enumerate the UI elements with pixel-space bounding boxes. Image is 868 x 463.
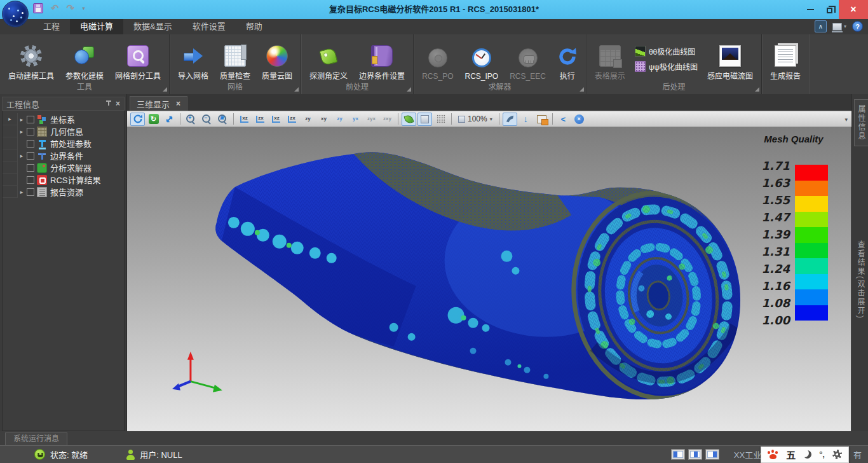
checkbox[interactable]: [27, 140, 34, 148]
view-xy-button[interactable]: xy: [316, 113, 331, 126]
share-view-button[interactable]: <: [556, 113, 571, 126]
orbit-view-button[interactable]: ↻: [146, 113, 161, 126]
quality-check-button[interactable]: 质量检查: [214, 38, 256, 81]
view-zx2-button[interactable]: zx: [285, 113, 299, 126]
checkbox[interactable]: [27, 116, 34, 123]
checkbox[interactable]: [27, 152, 34, 160]
dialog-launcher-icon[interactable]: [407, 87, 411, 92]
button-label: 生成报告: [770, 70, 801, 81]
minimize-button[interactable]: [801, 0, 820, 19]
toolbar-overflow-icon[interactable]: ▾: [844, 116, 848, 123]
execute-button[interactable]: 执行: [552, 38, 583, 81]
panel-title-bar: 工程信息 ×: [2, 97, 125, 111]
rotate-view-button[interactable]: [130, 113, 145, 126]
tree-item-coordinate-system[interactable]: ▸ ▸ 坐标系: [3, 113, 124, 125]
tab-help[interactable]: 帮助: [236, 19, 273, 34]
checkbox[interactable]: [27, 164, 34, 172]
psi-polarization-curve-button[interactable]: ψψ极化曲线图: [635, 61, 698, 72]
layout-right-button[interactable]: [705, 449, 719, 460]
tree-item-rcs-results[interactable]: RCS计算结果: [3, 174, 124, 186]
theta-polarization-curve-button[interactable]: θθ极化曲线图: [635, 46, 698, 57]
probe-angle-button[interactable]: 探测角定义: [304, 38, 353, 81]
tab-data-display[interactable]: 数据&显示: [123, 19, 182, 34]
tab-view-results[interactable]: 查看结果(双击展开): [854, 235, 867, 324]
dialog-launcher-icon[interactable]: [163, 87, 167, 92]
zoom-level-dropdown[interactable]: 100% ▾: [455, 113, 496, 126]
view-zy-button[interactable]: zy: [301, 113, 315, 126]
moon-icon[interactable]: [803, 450, 811, 459]
parametric-modeling-button[interactable]: 参数化建模: [60, 38, 109, 81]
checkbox[interactable]: [27, 176, 34, 184]
pan-zoom-button[interactable]: [162, 113, 177, 126]
close-tab-icon[interactable]: ×: [176, 99, 180, 108]
pin-icon[interactable]: [105, 100, 112, 107]
tab-project[interactable]: 工程: [33, 19, 70, 34]
generate-report-button[interactable]: 生成报告: [764, 38, 806, 81]
tab-3d-display[interactable]: 三维显示 ×: [130, 96, 187, 111]
tab-em-computation[interactable]: 电磁计算: [70, 19, 123, 34]
points-mode-button[interactable]: [433, 113, 448, 126]
zoom-fit-button[interactable]: ▣: [215, 113, 230, 126]
launch-modeling-tool-button[interactable]: 启动建模工具: [3, 38, 60, 81]
expander-icon[interactable]: ▸: [18, 153, 25, 159]
view-iso3-button[interactable]: zyx: [364, 113, 379, 126]
view-iso2-button[interactable]: yx: [348, 113, 363, 126]
tab-software-settings[interactable]: 软件设置: [182, 19, 236, 34]
display-mode-button[interactable]: ▾: [832, 23, 846, 31]
view-iso1-button[interactable]: zy: [332, 113, 347, 126]
rcs-po-button[interactable]: RCS_PO: [416, 38, 459, 81]
dialog-launcher-icon[interactable]: [755, 87, 759, 92]
tree-item-preprocess-params[interactable]: 前处理参数: [3, 137, 124, 149]
tree-item-boundary-conditions[interactable]: ▸ 边界条件: [3, 149, 124, 162]
tab-system-messages[interactable]: 系统运行消息: [5, 432, 67, 445]
expander-icon[interactable]: ▸: [18, 189, 25, 195]
gear-icon[interactable]: [832, 450, 842, 459]
button-label: 质量检查: [220, 70, 250, 81]
fit-model-button[interactable]: [503, 113, 517, 126]
flat-mode-button[interactable]: [417, 113, 432, 126]
checkbox[interactable]: [27, 188, 34, 196]
table-display-button[interactable]: 表格展示: [589, 38, 631, 81]
tab-property-info[interactable]: 属性信息: [854, 99, 868, 146]
baidu-paw-icon[interactable]: [768, 450, 778, 460]
clear-view-button[interactable]: ×: [572, 113, 587, 126]
close-button[interactable]: ×: [839, 0, 868, 19]
rcs-eec-button[interactable]: RCS_EEC: [504, 38, 552, 81]
layout-middle-button[interactable]: [688, 449, 702, 460]
ime-mode-button[interactable]: 五: [786, 448, 796, 461]
dot-grid-icon: [437, 114, 445, 123]
zoom-in-button[interactable]: +: [184, 113, 198, 126]
import-mesh-button[interactable]: 导入网格: [172, 38, 214, 81]
tree-item-report-resources[interactable]: ▸ 报告资源: [3, 186, 124, 198]
dialog-launcher-icon[interactable]: [294, 87, 299, 92]
copy-view-button[interactable]: [534, 113, 549, 126]
collapse-ribbon-icon[interactable]: ∧: [815, 20, 827, 32]
layout-left-button[interactable]: [671, 449, 685, 460]
expander-icon[interactable]: ▸: [18, 128, 25, 135]
expander-icon[interactable]: ▸: [18, 116, 25, 123]
drop-view-button[interactable]: ↓: [519, 113, 533, 126]
3d-canvas[interactable]: Mesh Quality 1.71 1.63 1.55 1.47 1.39 1.…: [127, 127, 851, 431]
meshing-tool-button[interactable]: 网格剖分工具: [109, 38, 166, 81]
monitor-icon: [832, 23, 842, 31]
induced-current-map-button[interactable]: 感应电磁流图: [702, 38, 759, 81]
checkbox[interactable]: [27, 128, 34, 135]
tree-item-analysis-solver[interactable]: 分析求解器: [3, 162, 124, 174]
zoom-out-button[interactable]: −: [200, 113, 214, 126]
app-logo-icon[interactable]: [2, 1, 29, 27]
rcs-ipo-button[interactable]: RCS_IPO: [459, 38, 504, 81]
shaded-mode-button[interactable]: [402, 113, 416, 126]
restore-button[interactable]: [820, 0, 839, 19]
dialog-launcher-icon[interactable]: [580, 87, 584, 92]
expander-icon[interactable]: ▸: [6, 116, 14, 122]
view-xz-button[interactable]: xz: [237, 113, 252, 126]
punctuation-toggle[interactable]: °,: [819, 450, 825, 459]
view-iso4-button[interactable]: zxy: [380, 113, 395, 126]
boundary-condition-button[interactable]: 边界条件设置: [353, 38, 410, 81]
view-xz2-button[interactable]: xz: [269, 113, 283, 126]
close-icon[interactable]: ×: [116, 100, 120, 107]
tree-item-geometry-info[interactable]: ▸ 几何信息: [3, 125, 124, 137]
help-icon[interactable]: ?: [852, 21, 863, 32]
view-zx-button[interactable]: zx: [253, 113, 268, 126]
quality-cloudmap-button[interactable]: 质量云图: [256, 38, 298, 81]
